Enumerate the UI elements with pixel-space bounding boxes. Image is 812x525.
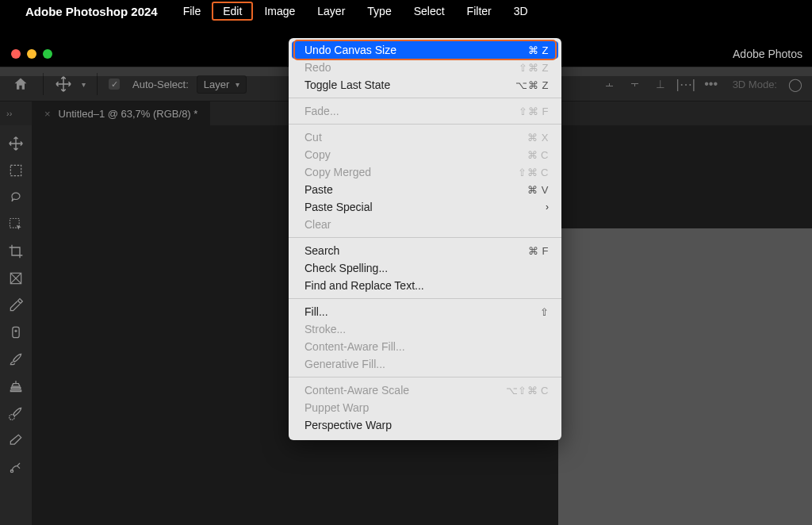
more-options-icon[interactable]: ••• bbox=[704, 77, 718, 91]
3d-mode-label: 3D Mode: bbox=[733, 79, 777, 90]
menu-item-shortcut: ⌘ F bbox=[528, 245, 549, 257]
menu-item-label: Clear bbox=[304, 218, 331, 231]
healing-brush-tool[interactable] bbox=[2, 319, 29, 346]
menu-separator bbox=[289, 298, 561, 299]
menu-item-label: Redo bbox=[304, 61, 331, 74]
window-title: Adobe Photos bbox=[733, 48, 802, 60]
menu-item-shortcut: ⌘ C bbox=[527, 149, 550, 161]
eyedropper-tool[interactable] bbox=[2, 292, 29, 319]
menu-item-shortcut: ⌥⇧⌘ C bbox=[506, 385, 550, 397]
object-select-tool[interactable] bbox=[2, 211, 29, 238]
menu-item-shortcut: ⇧⌘ Z bbox=[519, 62, 549, 74]
expand-panels-button[interactable]: ›› bbox=[0, 102, 32, 125]
menu-item-label: Content-Aware Scale bbox=[304, 384, 409, 397]
move-tool[interactable] bbox=[2, 130, 29, 157]
window-close-button[interactable] bbox=[11, 49, 21, 59]
divider bbox=[43, 73, 44, 95]
app-name: Adobe Photoshop 2024 bbox=[25, 5, 158, 18]
menu-item-content-aware-fill: Content-Aware Fill... bbox=[289, 338, 561, 355]
menu-item-stroke: Stroke... bbox=[289, 320, 561, 338]
menu-separator bbox=[289, 237, 561, 238]
menu-item-content-aware-scale: Content-Aware Scale⌥⇧⌘ C bbox=[289, 381, 561, 399]
menu-item-shortcut: ⇧⌘ F bbox=[519, 105, 549, 117]
eraser-tool[interactable] bbox=[2, 427, 29, 454]
divider bbox=[97, 73, 98, 95]
marquee-tool[interactable] bbox=[2, 157, 29, 184]
menu-item-puppet-warp: Puppet Warp bbox=[289, 399, 561, 416]
align-bottom-icon[interactable]: ⟂ bbox=[653, 77, 668, 91]
menu-item-fade: Fade...⇧⌘ F bbox=[289, 102, 561, 120]
menu-item-paste-special[interactable]: Paste Special› bbox=[289, 198, 561, 216]
alignment-options: ⫠ ⫟ ⟂ |⋯| ••• 3D Mode: ◯ bbox=[603, 77, 802, 91]
window-zoom-button[interactable] bbox=[43, 49, 52, 59]
lasso-tool[interactable] bbox=[2, 184, 29, 211]
align-top-icon[interactable]: ⫠ bbox=[603, 77, 617, 91]
menu-item-undo-canvas-size[interactable]: Undo Canvas Size⌘ Z bbox=[292, 41, 558, 59]
menu-item-label: Find and Replace Text... bbox=[304, 279, 424, 292]
menu-item-label: Stroke... bbox=[304, 323, 346, 335]
menu-item-label: Copy Merged bbox=[304, 166, 371, 178]
menu-layer[interactable]: Layer bbox=[306, 2, 356, 21]
menu-item-label: Copy bbox=[304, 148, 331, 161]
menu-item-redo: Redo⇧⌘ Z bbox=[289, 59, 561, 76]
menu-3d[interactable]: 3D bbox=[503, 2, 539, 21]
menu-image[interactable]: Image bbox=[253, 2, 306, 21]
menu-item-find-and-replace-text[interactable]: Find and Replace Text... bbox=[289, 277, 561, 294]
auto-select-target-dropdown[interactable]: Layer ▾ bbox=[197, 75, 247, 94]
menu-separator bbox=[289, 124, 561, 125]
menu-item-label: Puppet Warp bbox=[304, 401, 369, 414]
menu-item-paste[interactable]: Paste⌘ V bbox=[289, 181, 561, 198]
menu-file[interactable]: File bbox=[172, 2, 213, 21]
menu-item-toggle-last-state[interactable]: Toggle Last State⌥⌘ Z bbox=[289, 76, 561, 94]
menu-item-perspective-warp[interactable]: Perspective Warp bbox=[289, 416, 561, 434]
menu-item-generative-fill: Generative Fill... bbox=[289, 355, 561, 373]
move-tool-icon[interactable] bbox=[55, 75, 72, 93]
auto-select-checkbox[interactable]: ✓ bbox=[109, 79, 120, 90]
document-canvas[interactable] bbox=[558, 228, 812, 525]
frame-tool[interactable] bbox=[2, 265, 29, 292]
menu-item-search[interactable]: Search⌘ F bbox=[289, 242, 561, 259]
menu-item-shortcut: ⌘ X bbox=[527, 132, 549, 144]
menu-item-label: Cut bbox=[304, 131, 322, 144]
history-brush-tool[interactable] bbox=[2, 400, 29, 427]
menu-edit[interactable]: Edit bbox=[212, 2, 253, 21]
menu-select[interactable]: Select bbox=[403, 2, 456, 21]
menu-item-label: Content-Aware Fill... bbox=[304, 340, 405, 353]
menu-item-shortcut: ⌥⌘ Z bbox=[515, 79, 549, 91]
menu-item-label: Paste bbox=[304, 183, 333, 196]
menu-item-fill[interactable]: Fill...⇧ bbox=[289, 303, 561, 320]
document-tab-title: Untitled–1 @ 63,7% (RGB/8) * bbox=[59, 108, 198, 120]
menu-item-label: Undo Canvas Size bbox=[304, 44, 396, 56]
svg-rect-0 bbox=[10, 165, 21, 175]
brush-tool[interactable] bbox=[2, 346, 29, 373]
chevron-down-icon: ▾ bbox=[236, 80, 239, 89]
crop-tool[interactable] bbox=[2, 238, 29, 265]
chevron-down-icon[interactable]: ▾ bbox=[82, 80, 86, 89]
menu-item-label: Paste Special bbox=[304, 201, 373, 213]
submenu-arrow-icon: › bbox=[546, 201, 549, 213]
menu-type[interactable]: Type bbox=[356, 2, 402, 21]
menu-item-clear: Clear bbox=[289, 216, 561, 233]
tools-panel bbox=[0, 125, 32, 525]
menu-item-shortcut: ⌘ Z bbox=[528, 44, 549, 56]
gradient-tool[interactable] bbox=[2, 454, 29, 481]
edit-menu-dropdown: Undo Canvas Size⌘ ZRedo⇧⌘ ZToggle Last S… bbox=[289, 38, 561, 440]
menu-item-label: Search bbox=[304, 244, 339, 257]
clone-stamp-tool[interactable] bbox=[2, 373, 29, 400]
document-tab[interactable]: × Untitled–1 @ 63,7% (RGB/8) * bbox=[32, 102, 210, 125]
menu-filter[interactable]: Filter bbox=[456, 2, 503, 21]
home-button[interactable] bbox=[10, 73, 32, 95]
menu-item-shortcut: ⇧ bbox=[540, 306, 550, 318]
menu-item-copy: Copy⌘ C bbox=[289, 146, 561, 163]
menu-item-check-spelling[interactable]: Check Spelling... bbox=[289, 259, 561, 277]
menu-item-cut: Cut⌘ X bbox=[289, 128, 561, 146]
menu-separator bbox=[289, 98, 561, 98]
3d-orbit-icon[interactable]: ◯ bbox=[788, 77, 802, 91]
distribute-icon[interactable]: |⋯| bbox=[679, 77, 693, 91]
align-vcenter-icon[interactable]: ⫟ bbox=[628, 77, 642, 91]
menu-item-label: Perspective Warp bbox=[304, 419, 392, 431]
close-tab-icon[interactable]: × bbox=[44, 108, 51, 120]
auto-select-label: Auto-Select: bbox=[132, 79, 189, 90]
menu-item-copy-merged: Copy Merged⇧⌘ C bbox=[289, 163, 561, 181]
window-minimize-button[interactable] bbox=[27, 49, 36, 59]
